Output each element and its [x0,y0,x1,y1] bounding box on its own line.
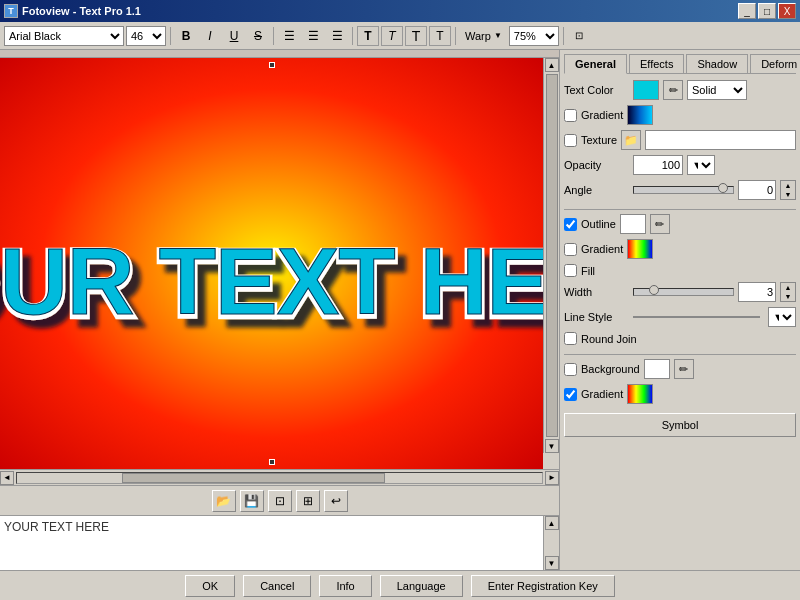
outline-checkbox[interactable] [564,218,577,231]
vscroll-thumb[interactable] [546,74,558,437]
angle-spin-up[interactable]: ▲ [781,181,795,190]
round-join-checkbox[interactable] [564,332,577,345]
main-layout: YOUR TEXT HERE YOUR TEXT HERE ▲ ▼ [0,50,800,570]
canvas-wrapper: YOUR TEXT HERE YOUR TEXT HERE ▲ ▼ [0,58,559,469]
zoom-selector[interactable]: 75% 50% 100% [509,26,559,46]
ok-button[interactable]: OK [185,575,235,597]
info-button[interactable]: Info [319,575,371,597]
fill-checkbox[interactable] [564,264,577,277]
expand-button[interactable]: ⊞ [296,490,320,512]
canvas-toolbar: 📂 💾 ⊡ ⊞ ↩ [0,485,559,515]
outline-eyedropper[interactable]: ✏ [650,214,670,234]
vscroll-up-button[interactable]: ▲ [545,58,559,72]
text-color-swatch[interactable] [633,80,659,100]
text-color-eyedropper[interactable]: ✏ [663,80,683,100]
angle-spin-down[interactable]: ▼ [781,190,795,199]
line-style-preview [633,316,760,318]
texture-checkbox[interactable] [564,134,577,147]
undo-button[interactable]: ↩ [324,490,348,512]
outline-gradient-label: Gradient [581,243,623,255]
bg-gradient-swatch[interactable] [627,384,653,404]
minimize-button[interactable]: _ [738,3,756,19]
text-editor[interactable]: YOUR TEXT HERE [0,516,543,570]
gradient1-swatch[interactable] [627,105,653,125]
toolbar-separator-3 [352,27,353,45]
align-right-button[interactable]: ☰ [326,26,348,46]
symbol-button[interactable]: Symbol [564,413,796,437]
tab-shadow[interactable]: Shadow [686,54,748,73]
title-bar: T Fotoview - Text Pro 1.1 _ □ X [0,0,800,22]
background-eyedropper[interactable]: ✏ [674,359,694,379]
hscroll-right-button[interactable]: ► [545,471,559,485]
tab-effects[interactable]: Effects [629,54,684,73]
text-style-1-button[interactable]: T [357,26,379,46]
width-spin-up[interactable]: ▲ [781,283,795,292]
main-toolbar: Arial Black 46 B I U S ☰ ☰ ☰ T T T T War… [0,22,800,50]
warp-button[interactable]: Warp ▼ [460,26,507,46]
texture-folder-button[interactable]: 📁 [621,130,641,150]
text-vscroll-up[interactable]: ▲ [545,516,559,530]
outline-color-swatch[interactable] [620,214,646,234]
canvas-area: YOUR TEXT HERE YOUR TEXT HERE ▲ ▼ [0,50,560,570]
canvas-vscrollbar: ▲ ▼ [543,58,559,453]
fullscreen-button[interactable]: ⊡ [568,26,590,46]
width-spinner[interactable]: ▲ ▼ [780,282,796,302]
tab-general[interactable]: General [564,54,627,74]
text-style-2-button[interactable]: T [381,26,403,46]
angle-input[interactable] [738,180,776,200]
background-checkbox[interactable] [564,363,577,376]
save-file-button[interactable]: 💾 [240,490,264,512]
property-tabs: General Effects Shadow Deform [564,54,796,74]
bg-gradient-checkbox[interactable] [564,388,577,401]
bg-gradient-label: Gradient [581,388,623,400]
angle-spinner[interactable]: ▲ ▼ [780,180,796,200]
texture-preview [645,130,796,150]
cancel-button[interactable]: Cancel [243,575,311,597]
width-slider-thumb[interactable] [649,285,659,295]
align-center-button[interactable]: ☰ [302,26,324,46]
background-label: Background [581,363,640,375]
text-style-3-button[interactable]: T [405,26,427,46]
hscroll-left-button[interactable]: ◄ [0,471,14,485]
hscroll-thumb[interactable] [122,473,385,483]
window-controls: _ □ X [738,3,796,19]
width-input[interactable] [738,282,776,302]
canvas-top-ruler [0,50,559,58]
line-style-dropdown[interactable]: ▼ [768,307,796,327]
text-color-style-dropdown[interactable]: Solid [687,80,747,100]
gradient1-checkbox[interactable] [564,109,577,122]
italic-button[interactable]: I [199,26,221,46]
opacity-dropdown[interactable]: ▼ [687,155,715,175]
texture-label: Texture [581,134,617,146]
text-style-4-button[interactable]: T [429,26,451,46]
bold-button[interactable]: B [175,26,197,46]
angle-slider-thumb[interactable] [718,183,728,193]
font-size-selector[interactable]: 46 [126,26,166,46]
outline-gradient-checkbox[interactable] [564,243,577,256]
opacity-input[interactable] [633,155,683,175]
text-vscroll-down[interactable]: ▼ [545,556,559,570]
divider-2 [564,354,796,355]
selection-handle-bottom[interactable] [269,459,275,465]
texture-row: Texture 📁 [564,130,796,150]
font-selector[interactable]: Arial Black [4,26,124,46]
bg-gradient-row: Gradient [564,384,796,404]
outline-gradient-swatch[interactable] [627,239,653,259]
close-button[interactable]: X [778,3,796,19]
open-file-button[interactable]: 📂 [212,490,236,512]
background-color-swatch[interactable] [644,359,670,379]
language-button[interactable]: Language [380,575,463,597]
vscroll-down-button[interactable]: ▼ [545,439,559,453]
align-left-button[interactable]: ☰ [278,26,300,46]
tab-deform[interactable]: Deform [750,54,800,73]
divider-1 [564,209,796,210]
register-button[interactable]: Enter Registration Key [471,575,615,597]
width-spin-down[interactable]: ▼ [781,292,795,301]
canvas-image[interactable]: YOUR TEXT HERE YOUR TEXT HERE [0,58,543,469]
canvas-hscrollbar: ◄ ► [0,469,559,485]
resize-button[interactable]: ⊡ [268,490,292,512]
selection-handle-top[interactable] [269,62,275,68]
strikethrough-button[interactable]: S [247,26,269,46]
maximize-button[interactable]: □ [758,3,776,19]
underline-button[interactable]: U [223,26,245,46]
